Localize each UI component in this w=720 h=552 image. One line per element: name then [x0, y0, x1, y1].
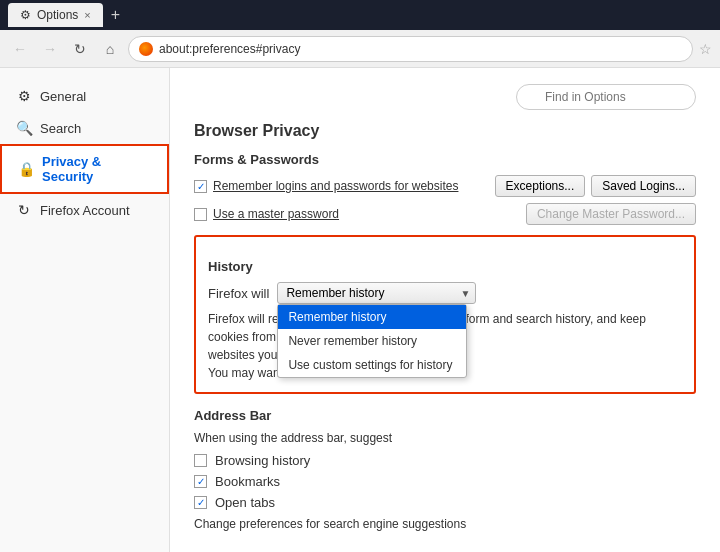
find-bar: 🔍 [194, 84, 696, 110]
open-tabs-row: Open tabs [194, 495, 696, 510]
bookmarks-label: Bookmarks [215, 474, 280, 489]
account-icon: ↻ [16, 202, 32, 218]
forms-passwords-title: Forms & Passwords [194, 152, 696, 167]
forms-passwords-section: Forms & Passwords Remember logins and pa… [194, 152, 696, 225]
remember-logins-checkbox[interactable] [194, 180, 207, 193]
browser-tab[interactable]: ⚙ Options × [8, 3, 103, 27]
bookmarks-row: Bookmarks [194, 474, 696, 489]
sidebar-item-general[interactable]: ⚙ General [0, 80, 169, 112]
master-password-checkbox[interactable] [194, 208, 207, 221]
bookmarks-checkbox[interactable] [194, 475, 207, 488]
main-layout: ⚙ General 🔍 Search 🔒 Privacy & Security … [0, 68, 720, 552]
address-bar-title: Address Bar [194, 408, 696, 423]
history-title: History [208, 259, 682, 274]
sidebar-label-general: General [40, 89, 86, 104]
sidebar-item-search[interactable]: 🔍 Search [0, 112, 169, 144]
change-prefs-link[interactable]: Change preferences for search engine sug… [194, 517, 466, 531]
title-bar: ⚙ Options × + [0, 0, 720, 30]
sidebar-label-privacy: Privacy & Security [42, 154, 151, 184]
tab-area: ⚙ Options × + [8, 3, 124, 27]
sidebar-item-privacy[interactable]: 🔒 Privacy & Security [0, 144, 169, 194]
page-title: Browser Privacy [194, 122, 696, 140]
tab-icon: ⚙ [20, 8, 31, 22]
bookmark-star-icon[interactable]: ☆ [699, 41, 712, 57]
find-wrapper: 🔍 [516, 84, 696, 110]
history-dropdown[interactable]: Remember historyNever remember historyUs… [277, 282, 476, 304]
address-bar-subtitle: When using the address bar, suggest [194, 431, 696, 445]
saved-logins-button[interactable]: Saved Logins... [591, 175, 696, 197]
remember-logins-label: Remember logins and passwords for websit… [213, 179, 458, 193]
content-area: 🔍 Browser Privacy Forms & Passwords Reme… [170, 68, 720, 552]
home-button[interactable]: ⌂ [98, 37, 122, 61]
reload-button[interactable]: ↻ [68, 37, 92, 61]
url-bar[interactable]: about:preferences#privacy [128, 36, 693, 62]
history-dropdown-wrapper: Remember historyNever remember historyUs… [277, 282, 476, 304]
search-icon: 🔍 [16, 120, 32, 136]
history-section: History Firefox will Remember historyNev… [194, 235, 696, 394]
browsing-history-checkbox[interactable] [194, 454, 207, 467]
browsing-history-label: Browsing history [215, 453, 310, 468]
tab-label: Options [37, 8, 78, 22]
remember-logins-row: Remember logins and passwords for websit… [194, 175, 696, 197]
exceptions-button[interactable]: Exceptions... [495, 175, 586, 197]
forward-button[interactable]: → [38, 37, 62, 61]
tab-close-button[interactable]: × [84, 9, 90, 21]
sidebar-item-account[interactable]: ↻ Firefox Account [0, 194, 169, 226]
sidebar-label-account: Firefox Account [40, 203, 130, 218]
firefox-will-row: Firefox will Remember historyNever remem… [208, 282, 682, 304]
open-tabs-label: Open tabs [215, 495, 275, 510]
general-icon: ⚙ [16, 88, 32, 104]
open-tabs-checkbox[interactable] [194, 496, 207, 509]
address-bar-section: Address Bar When using the address bar, … [194, 408, 696, 531]
dropdown-option-custom[interactable]: Use custom settings for history [278, 353, 466, 377]
find-input[interactable] [516, 84, 696, 110]
master-password-label: Use a master password [213, 207, 339, 221]
lock-icon: 🔒 [18, 161, 34, 177]
dropdown-option-never[interactable]: Never remember history [278, 329, 466, 353]
history-dropdown-popup: Remember history Never remember history … [277, 304, 467, 378]
dropdown-option-remember[interactable]: Remember history [278, 305, 466, 329]
sidebar: ⚙ General 🔍 Search 🔒 Privacy & Security … [0, 68, 170, 552]
back-button[interactable]: ← [8, 37, 32, 61]
change-master-password-button[interactable]: Change Master Password... [526, 203, 696, 225]
new-tab-button[interactable]: + [107, 6, 124, 24]
browsing-history-row: Browsing history [194, 453, 696, 468]
sidebar-label-search: Search [40, 121, 81, 136]
nav-bar: ← → ↻ ⌂ about:preferences#privacy ☆ [0, 30, 720, 68]
master-password-row: Use a master password Change Master Pass… [194, 203, 696, 225]
firefox-logo-icon [139, 42, 153, 56]
url-text: about:preferences#privacy [159, 42, 300, 56]
firefox-will-label: Firefox will [208, 286, 269, 301]
